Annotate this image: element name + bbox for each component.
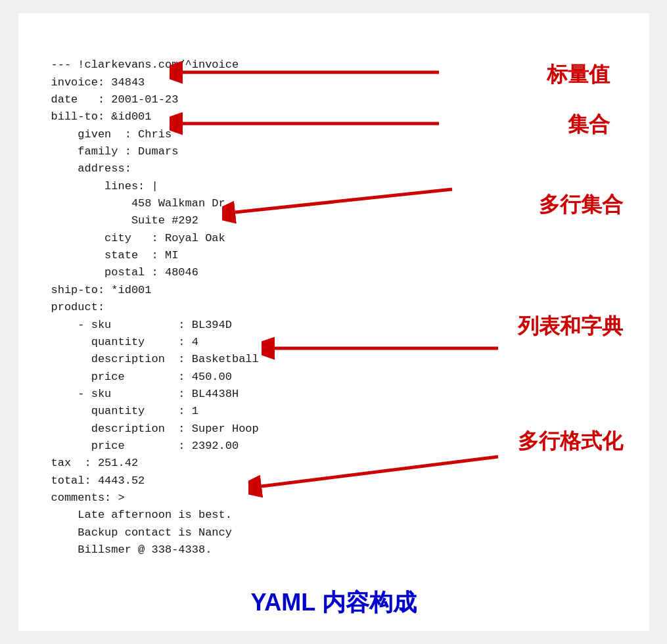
yaml-line-16: - sku : BL394D xyxy=(51,319,232,331)
yaml-line-22: description : Super Hoop xyxy=(51,423,259,435)
yaml-line-20: - sku : BL4438H xyxy=(51,388,239,400)
yaml-line-10: Suite #292 xyxy=(51,214,198,227)
label-scalar: 标量值 xyxy=(547,60,610,89)
yaml-line-2: invoice: 34843 xyxy=(51,76,145,89)
yaml-line-8: lines: | xyxy=(51,180,158,193)
svg-line-9 xyxy=(262,457,498,486)
arrow-multiline-mapping xyxy=(222,176,459,229)
bottom-title: YAML 内容构成 xyxy=(250,587,416,619)
yaml-line-7: address: xyxy=(51,162,131,175)
yaml-line-19: price : 450.00 xyxy=(51,371,232,383)
label-mapping: 集合 xyxy=(568,110,610,139)
yaml-line-28: Backup contact is Nancy xyxy=(51,526,232,539)
arrow-multiline-format xyxy=(248,447,505,499)
label-multiline-format: 多行格式化 xyxy=(518,427,623,456)
yaml-line-11: city : Royal Oak xyxy=(51,232,225,244)
yaml-line-18: description : Basketball xyxy=(51,353,259,365)
yaml-line-14: ship-to: *id001 xyxy=(51,284,152,296)
yaml-line-9: 458 Walkman Dr. xyxy=(51,197,232,210)
yaml-line-23: price : 2392.00 xyxy=(51,440,239,452)
yaml-line-24: tax : 251.42 xyxy=(51,457,139,469)
yaml-line-4: bill-to: &id001 xyxy=(51,110,152,123)
yaml-line-12: state : MI xyxy=(51,249,179,262)
arrow-scalar xyxy=(170,56,446,89)
yaml-line-29: Billsmer @ 338-4338. xyxy=(51,543,212,556)
arrow-mapping xyxy=(170,107,446,140)
yaml-line-17: quantity : 4 xyxy=(51,336,198,348)
yaml-line-26: comments: > xyxy=(51,492,125,504)
arrow-list-dict xyxy=(262,332,505,365)
yaml-line-15: product: xyxy=(51,301,105,313)
label-list-dict: 列表和字典 xyxy=(518,312,623,341)
yaml-line-5: given : Chris xyxy=(51,128,172,141)
yaml-line-27: Late afternoon is best. xyxy=(51,509,232,521)
yaml-line-25: total: 4443.52 xyxy=(51,474,145,487)
yaml-line-13: postal : 48046 xyxy=(51,266,198,279)
yaml-line-3: date : 2001-01-23 xyxy=(51,93,179,106)
svg-line-5 xyxy=(235,189,452,212)
label-multiline-mapping: 多行集合 xyxy=(539,191,623,219)
yaml-line-21: quantity : 1 xyxy=(51,405,198,417)
main-container: --- !clarkevans.com/^invoice invoice: 34… xyxy=(18,13,649,631)
yaml-line-6: family : Dumars xyxy=(51,145,179,158)
